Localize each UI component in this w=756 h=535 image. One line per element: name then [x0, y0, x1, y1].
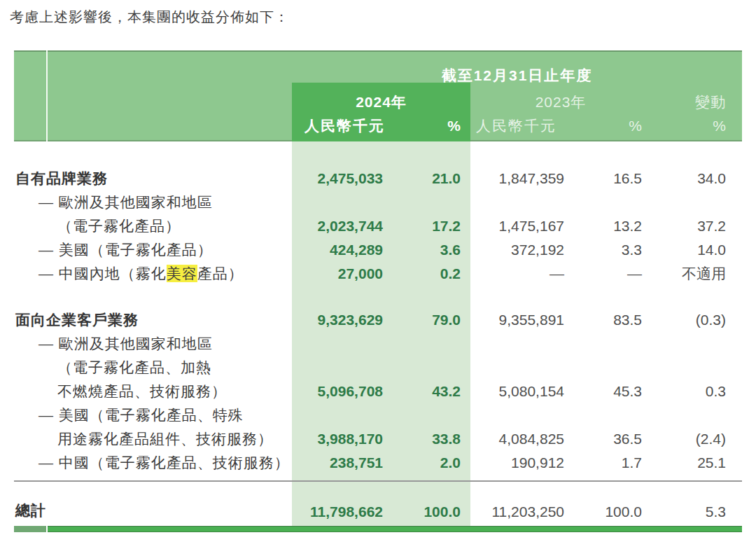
table-body: 自有品牌業務 2,475,033 21.0 1,847,359 16.5 34.…: [14, 141, 742, 475]
pct-2023: 36.5: [574, 431, 651, 447]
row-label: 自有品牌業務: [14, 169, 292, 188]
value-2023: 1,475,167: [470, 218, 574, 235]
value-2023: 372,192: [470, 242, 574, 258]
value-2024: 3,988,170: [292, 431, 397, 447]
total-label: 總計: [14, 501, 292, 520]
row-label: — 美國（電子霧化產品）: [14, 240, 292, 260]
total-change-value: 5.3: [651, 503, 742, 520]
change-value: 不適用: [651, 264, 742, 284]
pct-change-header: %: [651, 116, 742, 136]
pct-2024: 17.2: [397, 218, 470, 235]
value-2024: 5,096,708: [292, 383, 397, 400]
change-value: 25.1: [651, 454, 742, 471]
table-row: — 歐洲及其他國家和地區: [14, 332, 742, 356]
row-label: 面向企業客戶業務: [14, 310, 292, 330]
value-2023: 5,080,154: [470, 383, 574, 400]
table-row: 自有品牌業務 2,475,033 21.0 1,847,359 16.5 34.…: [14, 167, 742, 190]
table-bottom-bar: [14, 526, 742, 532]
row-label: — 美國（電子霧化產品、特殊: [14, 405, 292, 425]
pct-2023: 83.5: [574, 312, 651, 328]
table-row: （電子霧化產品） 2,023,744 17.2 1,475,167 13.2 3…: [14, 214, 742, 238]
pct-2024: 21.0: [397, 170, 470, 187]
table-row: — 美國（電子霧化產品、特殊: [14, 403, 742, 427]
year-2024-header: 2024年: [292, 92, 470, 112]
pct-2023-header: %: [574, 116, 651, 136]
bottom-bar-divider: [46, 526, 48, 532]
change-header: 變動: [651, 92, 742, 112]
total-value-2023: 11,203,250: [470, 503, 574, 520]
row-label: — 中國（電子霧化產品、技術服務）: [14, 453, 292, 473]
intro-sentence: 考慮上述影響後，本集團的收益分佈如下：: [10, 8, 745, 27]
value-2024: 424,289: [292, 242, 397, 258]
table-row: （電子霧化產品、加熱: [14, 356, 742, 380]
pct-2024: 2.0: [397, 454, 470, 471]
table-row: — 中國內地（霧化美容產品） 27,000 0.2 — — 不適用: [14, 262, 742, 286]
header-left-divider: [46, 50, 48, 141]
value-2023: —: [470, 265, 574, 282]
change-value: 34.0: [651, 170, 742, 187]
value-2024: 27,000: [292, 265, 397, 282]
total-pct-2023: 100.0: [574, 503, 651, 520]
value-2023: 9,355,891: [470, 312, 574, 328]
pct-2023: 13.2: [574, 218, 651, 235]
table-row: — 歐洲及其他國家和地區: [14, 190, 742, 214]
value-2024: 9,323,629: [292, 312, 397, 328]
value-2023: 4,084,825: [470, 431, 574, 447]
change-value: 37.2: [651, 218, 742, 235]
pct-2024: 43.2: [397, 383, 470, 400]
table-row: — 美國（電子霧化產品） 424,289 3.6 372,192 3.3 14.…: [14, 238, 742, 262]
total-value-2024: 11,798,662: [292, 503, 397, 520]
table-row: 用途霧化產品組件、技術服務） 3,988,170 33.8 4,084,825 …: [14, 427, 742, 451]
pct-2023: 3.3: [574, 242, 651, 258]
pct-2024: 33.8: [397, 431, 470, 447]
pct-2023: —: [574, 265, 651, 282]
pct-2023: 16.5: [574, 170, 651, 187]
change-value: (0.3): [651, 312, 742, 328]
value-2024: 2,023,744: [292, 218, 397, 235]
change-value: 0.3: [651, 383, 742, 400]
row-label: （電子霧化產品）: [14, 216, 292, 236]
pct-2024: 0.2: [397, 265, 470, 282]
table-row: 不燃燒產品、技術服務） 5,096,708 43.2 5,080,154 45.…: [14, 380, 742, 403]
pct-2024: 79.0: [397, 312, 470, 328]
table-header-band: 截至12月31日止年度 2024年 2023年 變動 人民幣千元 % 人民幣千元…: [14, 50, 742, 141]
label-post: 產品）: [197, 265, 244, 282]
pct-2024: 3.6: [397, 242, 470, 258]
table-row: — 中國（電子霧化產品、技術服務） 238,751 2.0 190,912 1.…: [14, 451, 742, 475]
row-label: 不燃燒產品、技術服務）: [14, 382, 292, 401]
row-label: （電子霧化產品、加熱: [14, 358, 292, 377]
pct-2023: 1.7: [574, 454, 651, 471]
pct-2023: 45.3: [574, 383, 651, 400]
row-label: 用途霧化產品組件、技術服務）: [14, 429, 292, 449]
value-2023: 1,847,359: [470, 170, 574, 187]
value-2024: 2,475,033: [292, 170, 397, 187]
change-value: 14.0: [651, 242, 742, 258]
pct-2024-header: %: [397, 116, 470, 136]
total-row: 總計 11,798,662 100.0 11,203,250 100.0 5.3: [14, 482, 742, 526]
bottom-bar-left-segment: [14, 526, 46, 532]
label-highlighted: 美容: [167, 265, 197, 282]
row-label: — 中國內地（霧化美容產品）: [14, 264, 292, 284]
revenue-table: 截至12月31日止年度 2024年 2023年 變動 人民幣千元 % 人民幣千元…: [14, 50, 742, 532]
change-value: (2.4): [651, 431, 742, 447]
year-2023-header: 2023年: [470, 92, 651, 112]
value-2023: 190,912: [470, 454, 574, 471]
value-2024: 238,751: [292, 454, 397, 471]
table-row: 面向企業客戶業務 9,323,629 79.0 9,355,891 83.5 (…: [14, 308, 742, 332]
total-pct-2024: 100.0: [397, 503, 470, 520]
row-label: — 歐洲及其他國家和地區: [14, 193, 292, 212]
row-label: — 歐洲及其他國家和地區: [14, 334, 292, 354]
label-pre: — 中國內地（霧化: [38, 265, 167, 282]
